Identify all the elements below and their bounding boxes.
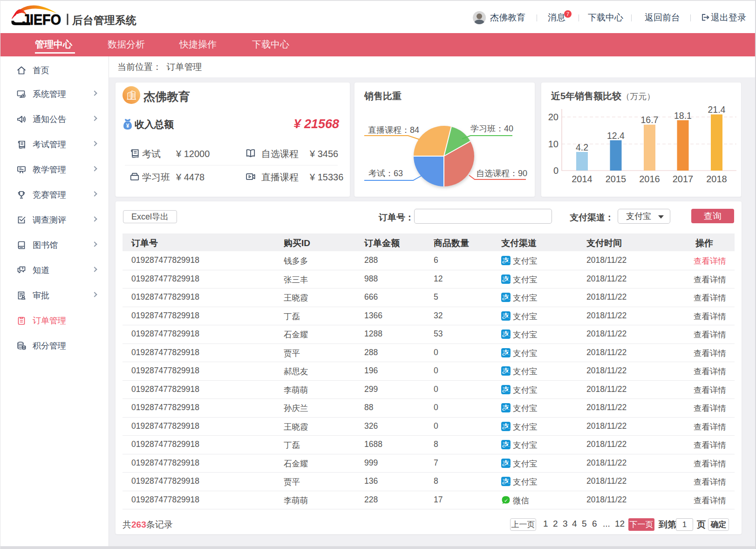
svg-text:10: 10 <box>548 139 558 149</box>
svg-text:直播课程：84: 直播课程：84 <box>368 125 419 135</box>
svg-text:2017: 2017 <box>673 174 694 184</box>
svg-text:0: 0 <box>553 165 558 176</box>
svg-text:2018: 2018 <box>706 174 727 184</box>
svg-text:20: 20 <box>548 112 558 122</box>
svg-text:JIEFO: JIEFO <box>22 11 61 28</box>
svg-text:后台管理系统: 后台管理系统 <box>72 14 136 26</box>
svg-text:2016: 2016 <box>639 174 660 184</box>
svg-text:21.4: 21.4 <box>708 104 726 115</box>
svg-text:¥: ¥ <box>126 123 129 129</box>
svg-text:学习班：40: 学习班：40 <box>470 124 513 133</box>
svg-text:16.7: 16.7 <box>641 115 659 125</box>
svg-text:18.1: 18.1 <box>674 110 692 121</box>
svg-text:自选课程：90: 自选课程：90 <box>476 169 527 178</box>
svg-text:考试：63: 考试：63 <box>368 169 403 178</box>
svg-text:12.4: 12.4 <box>607 130 625 141</box>
svg-text:2014: 2014 <box>572 174 593 184</box>
svg-text:2015: 2015 <box>606 174 627 184</box>
svg-text:4.2: 4.2 <box>576 142 588 152</box>
